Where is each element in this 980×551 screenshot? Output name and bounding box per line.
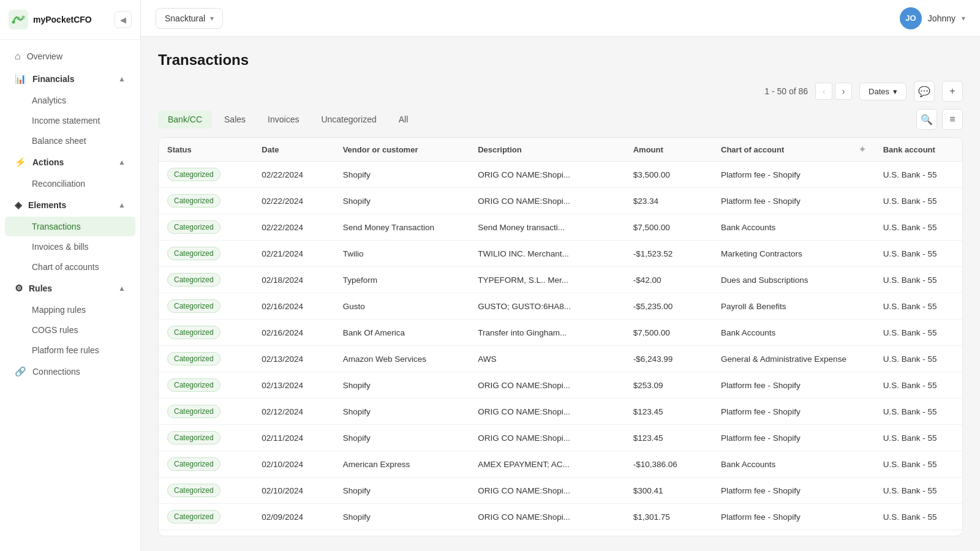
cell-amount: $300.41: [625, 478, 712, 504]
status-badge: Categorized: [167, 220, 221, 234]
cell-date: 02/13/2024: [253, 372, 334, 399]
table-row: Categorized 02/22/2024 Shopify ORIG CO N…: [159, 188, 962, 214]
column-header-status: Status: [159, 138, 253, 162]
cell-date: 02/09/2024: [253, 504, 334, 530]
section-label: Financials: [32, 74, 74, 84]
sidebar-item-overview[interactable]: ⌂ Overview: [5, 45, 135, 67]
filter-button[interactable]: ≡: [942, 109, 963, 130]
collapse-icon: ◀: [120, 15, 126, 24]
actions-chevron-icon: ▲: [118, 158, 126, 167]
cell-bank: U.S. Bank - 55: [875, 372, 962, 399]
pagination-arrows: ‹ ›: [815, 83, 852, 100]
sidebar-item-income-statement[interactable]: Income statement: [5, 111, 135, 130]
cell-amount: $7,500.00: [625, 214, 712, 241]
tabs: Bank/CC Sales Invoices Uncategorized All: [158, 110, 418, 129]
cell-status: Categorized: [159, 188, 253, 214]
cell-status: Categorized: [159, 346, 253, 372]
column-header-amount: Amount: [625, 138, 712, 162]
cell-status: Categorized: [159, 214, 253, 241]
cell-date: 02/08/2024: [253, 530, 334, 537]
sidebar-item-reconciliation[interactable]: Reconciliation: [5, 174, 135, 193]
cell-description: ORIG CO NAME:Shopi...: [469, 504, 625, 530]
cell-status: Categorized: [159, 372, 253, 399]
tab-sales[interactable]: Sales: [214, 110, 255, 129]
cell-description: ORIG CO NAME:Shopi...: [469, 478, 625, 504]
status-badge: Categorized: [167, 273, 221, 287]
cell-date: 02/22/2024: [253, 214, 334, 241]
sidebar-collapse-button[interactable]: ◀: [115, 11, 132, 28]
cell-status: Categorized: [159, 451, 253, 478]
cell-status: Categorized: [159, 399, 253, 425]
sidebar-item-transactions[interactable]: Transactions: [5, 217, 135, 236]
status-badge: Categorized: [167, 326, 221, 339]
column-settings-icon[interactable]: ✦: [859, 144, 866, 154]
cell-coa: Platform fee - Shopify: [712, 530, 875, 537]
table-row: Categorized 02/21/2024 Twilio TWILIO INC…: [159, 241, 962, 267]
search-button[interactable]: 🔍: [916, 109, 937, 130]
tab-uncategorized[interactable]: Uncategorized: [311, 110, 386, 129]
cell-date: 02/18/2024: [253, 267, 334, 293]
company-selector[interactable]: Snacktural ▾: [156, 8, 223, 29]
sidebar-item-connections[interactable]: 🔗 Connections: [5, 361, 135, 383]
cell-description: TYPEFORM, S.L.. Mer...: [469, 267, 625, 293]
sidebar-item-invoices-bills[interactable]: Invoices & bills: [5, 237, 135, 257]
tab-bank-cc[interactable]: Bank/CC: [158, 110, 212, 129]
cell-description: ORIG CO NAME:Shopi...: [469, 530, 625, 537]
filter-icon: ≡: [949, 114, 955, 125]
dates-label: Dates: [869, 87, 889, 96]
sidebar-item-mapping-rules[interactable]: Mapping rules: [5, 300, 135, 320]
status-badge: Categorized: [167, 299, 221, 313]
sidebar-item-label: Overview: [27, 51, 62, 61]
sidebar-item-cogs-rules[interactable]: COGS rules: [5, 320, 135, 340]
cell-vendor: Gusto: [334, 293, 470, 320]
sidebar-section-elements[interactable]: ◈ Elements ▲: [5, 194, 135, 216]
cell-bank: U.S. Bank - 55: [875, 530, 962, 537]
sidebar-section-rules[interactable]: ⚙ Rules ▲: [5, 277, 135, 299]
connections-icon: 🔗: [15, 366, 26, 377]
svg-point-1: [12, 21, 15, 24]
add-button[interactable]: +: [942, 81, 963, 102]
transactions-table-container: Status Date Vendor or customer Descripti…: [158, 137, 963, 536]
pagination-info: 1 - 50 of 86: [764, 86, 808, 96]
table-row: Categorized 02/22/2024 Shopify ORIG CO N…: [159, 162, 962, 188]
sidebar-section-financials[interactable]: 📊 Financials ▲: [5, 68, 135, 90]
cell-bank: U.S. Bank - 55: [875, 346, 962, 372]
cell-amount: -$1,523.52: [625, 241, 712, 267]
cell-date: 02/22/2024: [253, 162, 334, 188]
column-header-description: Description: [469, 138, 625, 162]
cell-date: 02/16/2024: [253, 320, 334, 346]
cell-vendor: Shopify: [334, 478, 470, 504]
status-badge: Categorized: [167, 352, 221, 365]
tab-all[interactable]: All: [389, 110, 418, 129]
dates-filter-button[interactable]: Dates ▾: [859, 83, 907, 100]
cell-description: ORIG CO NAME:Shopi...: [469, 399, 625, 425]
status-badge: Categorized: [167, 168, 221, 181]
status-badge: Categorized: [167, 194, 221, 208]
cell-bank: U.S. Bank - 55: [875, 188, 962, 214]
cell-amount: $23.34: [625, 188, 712, 214]
comment-button[interactable]: 💬: [914, 81, 935, 102]
cell-description: AWS: [469, 346, 625, 372]
pagination-next-button[interactable]: ›: [835, 83, 852, 100]
sidebar-item-chart-of-accounts[interactable]: Chart of accounts: [5, 257, 135, 277]
avatar: JO: [900, 7, 922, 29]
cell-description: ORIG CO NAME:Shopi...: [469, 425, 625, 451]
sidebar-item-balance-sheet[interactable]: Balance sheet: [5, 131, 135, 151]
svg-point-2: [17, 17, 20, 20]
cell-description: ORIG CO NAME:Shopi...: [469, 188, 625, 214]
sidebar-item-platform-fee-rules[interactable]: Platform fee rules: [5, 340, 135, 360]
table-row: Categorized 02/10/2024 American Express …: [159, 451, 962, 478]
tab-invoices[interactable]: Invoices: [258, 110, 309, 129]
sidebar-item-analytics[interactable]: Analytics: [5, 91, 135, 110]
cell-vendor: Shopify: [334, 425, 470, 451]
cell-status: Categorized: [159, 425, 253, 451]
cell-vendor: Typeform: [334, 267, 470, 293]
table-row: Categorized 02/16/2024 Bank Of America T…: [159, 320, 962, 346]
cell-status: Categorized: [159, 320, 253, 346]
cell-bank: U.S. Bank - 55: [875, 214, 962, 241]
cell-date: 02/16/2024: [253, 293, 334, 320]
pagination-prev-button[interactable]: ‹: [815, 83, 832, 100]
sidebar-section-actions[interactable]: ⚡ Actions ▲: [5, 151, 135, 173]
cell-coa: Bank Accounts: [712, 451, 875, 478]
cell-amount: $7,500.00: [625, 320, 712, 346]
